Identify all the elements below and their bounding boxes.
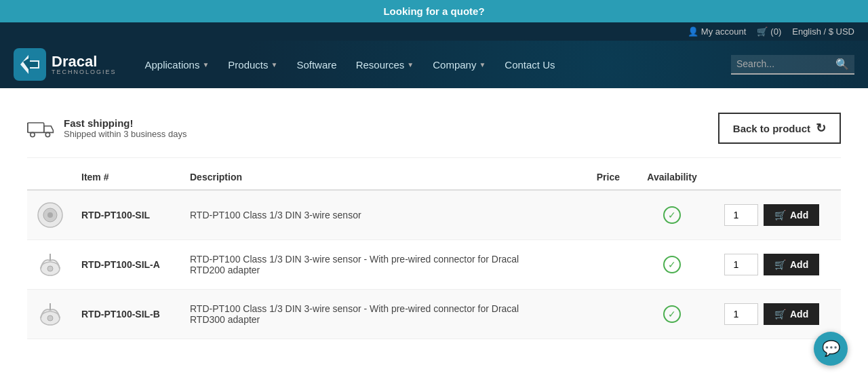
- chevron-down-icon: ▼: [202, 61, 209, 69]
- nav-company[interactable]: Company ▼: [425, 54, 494, 76]
- cart-count: (0): [770, 26, 781, 37]
- announcement-bar: Looking for a quote?: [0, 0, 868, 22]
- quantity-input[interactable]: [724, 303, 758, 325]
- refresh-icon: ↻: [816, 121, 826, 136]
- chevron-down-icon: ▼: [479, 61, 486, 69]
- availability-check-icon: ✓: [663, 305, 681, 323]
- table-header: Item # Description Price Availability: [27, 165, 841, 190]
- language-selector[interactable]: English / $ USD: [792, 26, 854, 37]
- item-col-header: Item #: [73, 165, 182, 190]
- main-content: Fast shipping! Shipped within 3 business…: [0, 88, 868, 360]
- table-row: RTD-PT100-SIL RTD-PT100 Class 1/3 DIN 3-…: [27, 190, 841, 240]
- item-number: RTD-PT100-SIL-A: [81, 259, 160, 270]
- product-image: [35, 299, 65, 329]
- cart-icon: 🛒: [757, 26, 768, 37]
- cart-icon: 🛒: [774, 259, 786, 270]
- add-label: Add: [790, 309, 808, 320]
- shipping-info: Fast shipping! Shipped within 3 business…: [27, 117, 186, 139]
- desc-col-header: Description: [182, 165, 560, 190]
- add-label: Add: [790, 259, 808, 270]
- shipping-row: Fast shipping! Shipped within 3 business…: [27, 102, 841, 158]
- img-col-header: [27, 165, 73, 190]
- nav-contact[interactable]: Contact Us: [496, 54, 563, 76]
- price-col-header: Price: [560, 165, 628, 190]
- logo-brand: Dracal: [52, 54, 117, 69]
- shipping-line2: Shipped within 3 business days: [64, 129, 186, 139]
- logo-sub: TECHNOLOGIES: [52, 69, 117, 75]
- main-nav: Dracal TECHNOLOGIES Applications ▼ Produ…: [0, 41, 868, 88]
- announcement-text: Looking for a quote?: [383, 5, 484, 17]
- chevron-down-icon: ▼: [407, 61, 414, 69]
- nav-resources[interactable]: Resources ▼: [348, 54, 422, 76]
- description-cell: RTD-PT100 Class 1/3 DIN 3-wire sensor - …: [182, 240, 560, 290]
- search-input[interactable]: [736, 58, 831, 69]
- cart-link[interactable]: 🛒 (0): [757, 26, 781, 37]
- svg-point-5: [45, 132, 50, 136]
- price-cell: [560, 190, 628, 240]
- product-img-cell: [27, 240, 73, 290]
- price-cell: [560, 290, 628, 339]
- nav-links: Applications ▼ Products ▼ Software Resou…: [137, 54, 731, 76]
- nav-products[interactable]: Products ▼: [220, 54, 285, 76]
- actions-cell: 🛒 Add: [716, 240, 841, 290]
- search-icon[interactable]: 🔍: [835, 58, 849, 71]
- table-row: RTD-PT100-SIL-B RTD-PT100 Class 1/3 DIN …: [27, 290, 841, 339]
- quantity-input[interactable]: [724, 204, 758, 226]
- item-num-cell: RTD-PT100-SIL-B: [73, 290, 182, 339]
- search-area: 🔍: [731, 55, 854, 75]
- svg-point-15: [47, 315, 53, 321]
- language-label: English / $ USD: [792, 26, 854, 37]
- actions-col-header: [716, 165, 841, 190]
- back-label: Back to product: [733, 123, 810, 134]
- product-image: [35, 250, 65, 279]
- my-account-link[interactable]: 👤 My account: [688, 26, 746, 37]
- availability-cell: ✓: [628, 240, 716, 290]
- availability-check-icon: ✓: [663, 256, 681, 273]
- nav-software[interactable]: Software: [288, 54, 344, 76]
- product-img-cell: [27, 190, 73, 240]
- product-img-cell: [27, 290, 73, 339]
- svg-rect-3: [28, 123, 44, 132]
- table-row: RTD-PT100-SIL-A RTD-PT100 Class 1/3 DIN …: [27, 240, 841, 290]
- availability-cell: ✓: [628, 290, 716, 339]
- account-icon: 👤: [688, 26, 698, 37]
- shipping-text: Fast shipping! Shipped within 3 business…: [64, 117, 186, 139]
- svg-point-9: [47, 212, 53, 218]
- description-cell: RTD-PT100 Class 1/3 DIN 3-wire sensor: [182, 190, 560, 240]
- product-description: RTD-PT100 Class 1/3 DIN 3-wire sensor - …: [190, 303, 519, 325]
- description-cell: RTD-PT100 Class 1/3 DIN 3-wire sensor - …: [182, 290, 560, 339]
- row-actions: 🛒 Add: [724, 204, 833, 226]
- logo-text: Dracal TECHNOLOGIES: [52, 54, 117, 75]
- product-image: [35, 200, 65, 230]
- utility-bar: 👤 My account 🛒 (0) English / $ USD: [0, 22, 868, 41]
- product-description: RTD-PT100 Class 1/3 DIN 3-wire sensor - …: [190, 254, 519, 275]
- cart-icon: 🛒: [774, 210, 786, 220]
- back-to-product-button[interactable]: Back to product ↻: [718, 113, 841, 144]
- avail-col-header: Availability: [628, 165, 716, 190]
- quantity-input[interactable]: [724, 254, 758, 275]
- item-num-cell: RTD-PT100-SIL-A: [73, 240, 182, 290]
- truck-icon: [27, 117, 54, 139]
- shipping-line1: Fast shipping!: [64, 117, 186, 129]
- price-cell: [560, 240, 628, 290]
- item-number: RTD-PT100-SIL: [81, 210, 150, 220]
- svg-point-12: [47, 266, 53, 271]
- add-to-cart-button[interactable]: 🛒 Add: [764, 254, 819, 275]
- row-actions: 🛒 Add: [724, 254, 833, 275]
- actions-cell: 🛒 Add: [716, 290, 841, 339]
- item-number: RTD-PT100-SIL-B: [81, 309, 160, 320]
- actions-cell: 🛒 Add: [716, 190, 841, 240]
- add-to-cart-button[interactable]: 🛒 Add: [764, 204, 819, 226]
- cart-icon: 🛒: [774, 309, 786, 320]
- account-label: My account: [701, 26, 746, 37]
- nav-applications[interactable]: Applications ▼: [137, 54, 218, 76]
- chevron-down-icon: ▼: [271, 61, 278, 69]
- logo-icon: [14, 48, 46, 81]
- logo[interactable]: Dracal TECHNOLOGIES: [14, 48, 117, 81]
- svg-point-4: [31, 132, 35, 136]
- add-to-cart-button[interactable]: 🛒 Add: [764, 303, 819, 325]
- item-num-cell: RTD-PT100-SIL: [73, 190, 182, 240]
- add-label: Add: [790, 210, 808, 220]
- row-actions: 🛒 Add: [724, 303, 833, 325]
- product-table: Item # Description Price Availability RT…: [27, 165, 841, 339]
